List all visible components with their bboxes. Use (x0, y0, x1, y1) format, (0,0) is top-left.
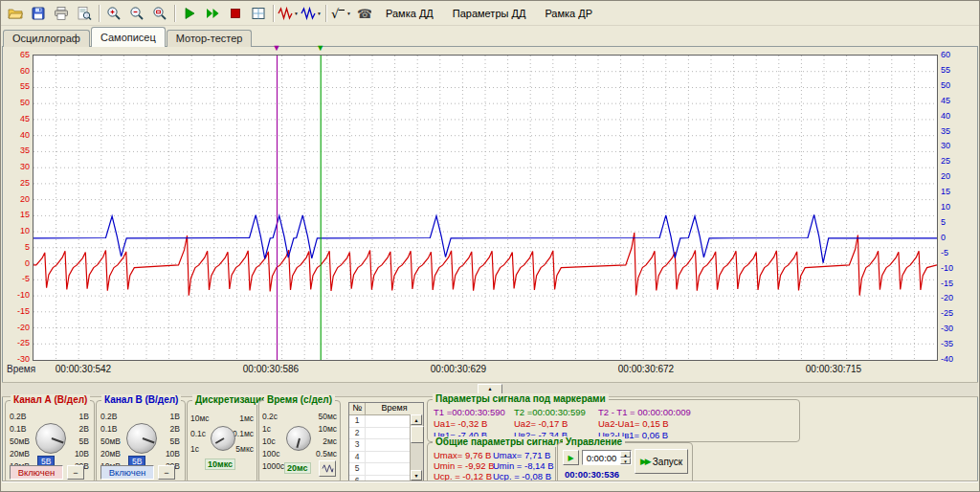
right-axis-tick: -15 (941, 279, 953, 288)
left-axis-tick: 60 (20, 66, 30, 76)
right-axis-tick: 35 (941, 126, 950, 136)
frame-dd-button[interactable]: Рамка ДД (377, 4, 442, 23)
right-axis-tick: 25 (941, 156, 950, 166)
channel-b-scale-label[interactable]: 1В (170, 412, 180, 421)
time-axis-label: 00:00:30:715 (793, 364, 874, 374)
tab-oscilloscope[interactable]: Осциллограф (3, 30, 90, 47)
mini-wave-icon (322, 463, 334, 474)
save-button[interactable] (27, 3, 50, 24)
channel-a-scale-label[interactable]: 5В (79, 436, 89, 446)
waveform-plot[interactable] (33, 55, 938, 361)
channel-b-scale-label[interactable]: 0.1В (100, 424, 118, 434)
uavg-b: Uср. = -0,08 В (493, 471, 554, 481)
timebase-scale-label[interactable]: 0.5мс (316, 449, 337, 458)
timebase-scale-label[interactable]: 50мс (318, 412, 337, 421)
zoom-fit-button[interactable] (148, 3, 171, 24)
sampling-scale-label[interactable]: 0.1мс (233, 429, 254, 438)
channel-a-line-button[interactable]: − (67, 465, 84, 480)
channel-a-scale-label[interactable]: 0.1В (10, 424, 27, 434)
frame-dr-button[interactable]: Рамка ДР (536, 4, 601, 23)
channel-a-enable-button[interactable]: Включен (10, 465, 63, 480)
ua2-value: Uа2= -0,17 В (514, 418, 598, 429)
umin-a: Umin = -9,92 В (434, 460, 493, 471)
timebase-scale-label[interactable]: 100с (262, 449, 279, 458)
spinner-down-button[interactable]: ▾ (620, 458, 631, 464)
sampling-knob[interactable] (211, 426, 235, 451)
sampling-scale-label[interactable]: 10мс (190, 414, 210, 423)
channel-b-group: Канал В (В/дел) 0.2В0.1В50мВ20мВ10мВ1В2В… (96, 400, 186, 483)
left-axis-tick: 15 (20, 210, 30, 219)
scroll-up-button[interactable]: ▴ (411, 414, 422, 425)
toolbar-separator (174, 5, 175, 22)
sampling-scale-label[interactable]: 0.1с (190, 429, 206, 438)
timebase-graph-button[interactable] (319, 460, 336, 477)
spinner-up-button[interactable]: ▴ (620, 451, 631, 458)
timebase-knob-pointer (296, 438, 301, 448)
channel-b-scale-label[interactable]: 10В (166, 449, 180, 458)
stop-button[interactable] (224, 3, 247, 24)
t2-value: T2 =00:00:30:599 (514, 407, 598, 417)
continuous-start-button[interactable] (201, 3, 224, 24)
timebase-scale-label[interactable]: 10с (262, 436, 276, 446)
right-axis-tick: -35 (941, 339, 953, 348)
start-button-label: Запуск (653, 457, 682, 467)
channel-b-signal-dropdown[interactable]: ▼ (300, 3, 323, 24)
timebase-scale-label[interactable]: 1с (262, 424, 271, 434)
channel-a-scale-label[interactable]: 0.2В (10, 412, 27, 421)
time-spinner-value: 0:00:00 (583, 453, 620, 463)
timebase-scale-label[interactable]: 2мс (323, 436, 337, 446)
channel-a-signal-dropdown[interactable]: ▼ (277, 3, 300, 24)
events-table-scrollbar[interactable]: ▴ ▾ (410, 414, 423, 481)
start-recording-button[interactable]: ▶▶ Запуск (635, 449, 688, 474)
math-function-dropdown[interactable]: √▼ (329, 3, 352, 24)
channel-b-scale-label[interactable]: 2В (170, 424, 180, 434)
channel-b-knob[interactable] (126, 423, 157, 454)
tab-motor-tester[interactable]: Мотор-тестер (167, 30, 253, 47)
left-axis-tick: 45 (20, 114, 30, 123)
scroll-down-button[interactable]: ▾ (411, 470, 422, 481)
marker-params-title: Параметры сигнала под маркерами (433, 393, 609, 404)
zoom-in-button[interactable] (102, 3, 125, 24)
channel-b-scale-label[interactable]: 20мВ (100, 449, 121, 458)
channel-b-scale-label[interactable]: 50мВ (100, 436, 121, 446)
display-grid-button[interactable] (247, 3, 270, 24)
marker-t2-flag[interactable]: ▼ (316, 44, 324, 53)
timebase-scale-label[interactable]: 1000с (262, 461, 284, 471)
right-axis-tick: 30 (941, 141, 950, 150)
scroll-thumb[interactable] (411, 426, 424, 443)
channel-a-scale-label[interactable]: 20мВ (10, 449, 30, 458)
channel-b-line-button[interactable]: − (158, 465, 175, 480)
left-axis-tick: 65 (20, 50, 30, 59)
timebase-knob[interactable] (286, 426, 311, 451)
channel-b-scale-label[interactable]: 0.2В (100, 412, 118, 421)
channel-a-scale-label[interactable]: 2В (79, 424, 89, 434)
timebase-group: Время (с/дел) 0.2с1с10с100с1000с50мс10мс… (258, 400, 341, 483)
record-play-button[interactable]: ▶ (563, 450, 579, 465)
open-button[interactable] (4, 3, 27, 24)
marker-t1-flag[interactable]: ▼ (273, 44, 281, 53)
channel-a-scale-label[interactable]: 1В (79, 412, 89, 421)
channel-b-scale-label[interactable]: 5В (170, 436, 180, 446)
zoom-out-button[interactable] (125, 3, 148, 24)
print-button[interactable] (50, 3, 73, 24)
control-title: Управление (563, 436, 625, 447)
time-spinner[interactable]: 0:00:00 ▴ ▾ (582, 450, 632, 465)
ua-delta-value: Uа2-Uа1= 0,15 В (598, 418, 691, 429)
channel-b-enable-button[interactable]: Включен (100, 465, 154, 480)
tab-recorder[interactable]: Самописец (91, 27, 166, 47)
start-button[interactable] (178, 3, 201, 24)
print-preview-button[interactable] (73, 3, 96, 24)
diagnostics-phone-button[interactable]: ☎ (352, 3, 375, 24)
timebase-scale-label[interactable]: 0.2с (262, 412, 278, 421)
channel-a-scale-label[interactable]: 10В (75, 449, 89, 458)
params-dd-button[interactable]: Параметры ДД (444, 4, 535, 23)
sampling-scale-label[interactable]: 1с (190, 444, 199, 454)
sampling-scale-label[interactable]: 5мкс (235, 444, 254, 454)
timebase-scale-label[interactable]: 10мс (318, 424, 337, 434)
channel-a-knob[interactable] (35, 423, 66, 454)
sampling-scale-label[interactable]: 1мс (239, 414, 254, 423)
right-axis-tick: -25 (941, 308, 953, 318)
tab-bar: Осциллограф Самописец Мотор-тестер (3, 27, 253, 47)
dropdown-arrow-icon: ▼ (346, 11, 351, 16)
channel-a-scale-label[interactable]: 50мВ (10, 436, 30, 446)
